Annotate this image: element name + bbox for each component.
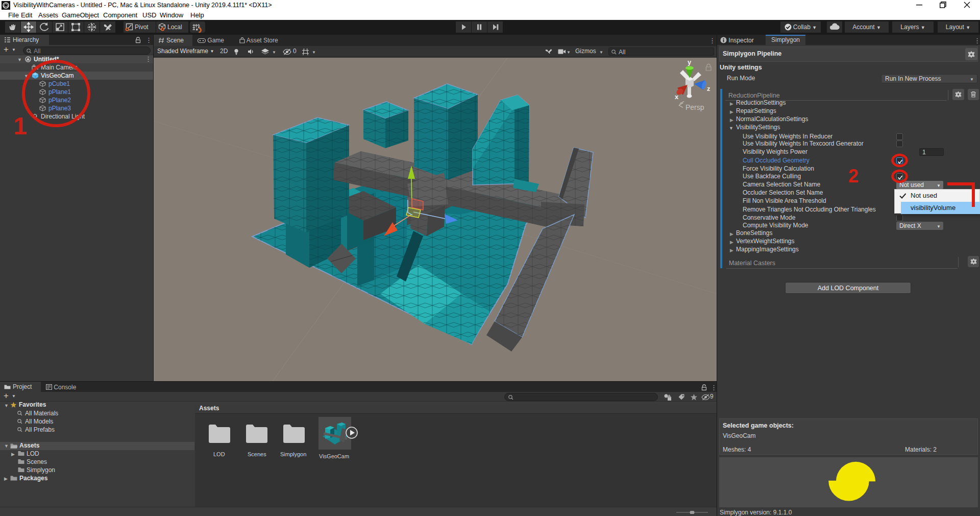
svg-text:y: y (688, 58, 692, 66)
svg-text:z: z (707, 85, 710, 92)
svg-text:Persp: Persp (685, 103, 704, 111)
svg-text:x: x (675, 93, 679, 101)
svg-text:2: 2 (848, 166, 859, 186)
